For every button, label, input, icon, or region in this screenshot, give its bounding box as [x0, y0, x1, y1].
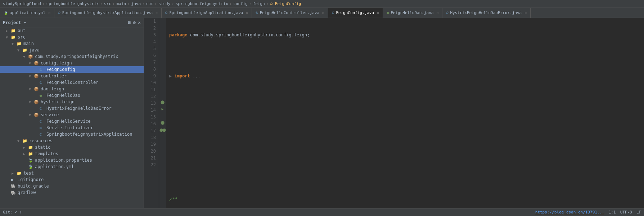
- tree-item-com-study[interactable]: ▼ 📦 com.study.springbootfeignhystrix: [0, 53, 144, 60]
- gutter-annotation-13: ⬤: [159, 100, 166, 107]
- code-line-1: package com.study.springbootfeignhystrix…: [169, 32, 641, 39]
- package-dao-icon: 📦: [34, 87, 40, 91]
- breadcrumb-item-10[interactable]: © FeignConfig: [270, 1, 301, 6]
- gutter-run-14[interactable]: ▶: [159, 107, 166, 114]
- status-encoding: UTF-8: [620, 210, 632, 215]
- tree-item-hystrix-error[interactable]: © HystrixFeignHelloDaoError: [0, 105, 144, 112]
- tree-item-templates[interactable]: ▶ 📁 templates: [0, 150, 144, 157]
- tree-item-dao-feign[interactable]: ▼ 📦 dao.feign: [0, 86, 144, 92]
- tree-item-build-gradle[interactable]: 🐘 build.gradle: [0, 183, 144, 189]
- editor-panel[interactable]: 1 2 3 4 5 6 7 8 9 10 11 12 13 14 15 16 1…: [144, 18, 644, 208]
- tab-feign-hello-controller[interactable]: © FeignHelloController.java ✕: [252, 8, 328, 18]
- package-service-icon: 📦: [34, 113, 40, 117]
- code-line-4: [169, 93, 641, 100]
- tree-item-config-feign[interactable]: ▼ 📦 config.feign: [0, 60, 144, 66]
- code-line-9: /**: [169, 196, 641, 203]
- folder-test-icon: 📁: [17, 171, 22, 176]
- status-git: Git: ✓ ↑: [3, 210, 22, 215]
- sidebar-title: Project ▾: [3, 20, 26, 25]
- folder-templates-icon: 📁: [28, 152, 34, 156]
- yaml-icon: 🍃: [4, 11, 8, 15]
- yml-icon: 🍃: [28, 165, 34, 169]
- java-icon-3: ©: [256, 11, 258, 15]
- folder-resources-icon: 📁: [22, 139, 28, 143]
- status-bar: Git: ✓ ↑ https://blog.csdn.cn/13791... 1…: [0, 208, 644, 216]
- breadcrumb-item-7[interactable]: springbootfeignhystrix: [176, 1, 228, 6]
- sidebar-actions: ⊟ ⚙ ✕: [128, 20, 141, 25]
- breadcrumb-item-6[interactable]: study: [158, 1, 170, 6]
- tab-hystrix-feign-hello-dao-error[interactable]: © HystrixFeignHelloDaoError.java ✕: [442, 8, 531, 18]
- tree-item-test[interactable]: ▶ 📁 test: [0, 170, 144, 176]
- package-controller-icon: 📦: [34, 74, 40, 78]
- tree-item-main[interactable]: ▼ 📁 main: [0, 40, 144, 47]
- gutter-area: ⬤ ▶ ⬤ ⬤ ⬤: [159, 18, 166, 208]
- code-line-8: [169, 175, 641, 182]
- tree-item-gitignore[interactable]: ▪ .gitignore: [0, 176, 144, 183]
- tree-item-static[interactable]: ▶ 📁 static: [0, 144, 144, 150]
- tree-item-feign-hello-dao[interactable]: ● FeignHelloDao: [0, 92, 144, 99]
- code-line-5: [169, 114, 641, 121]
- breadcrumb-item-1[interactable]: springbootfeignhystrix: [46, 1, 99, 6]
- tab-feign-config[interactable]: © FeignConfig.java ✕: [328, 8, 383, 18]
- sidebar-close-button[interactable]: ✕: [138, 20, 141, 25]
- status-line-col: 1:1: [609, 210, 616, 215]
- properties-icon: 🍃: [28, 158, 34, 163]
- folder-main-icon: 📁: [17, 41, 22, 46]
- breadcrumb-item-3[interactable]: main: [116, 1, 126, 6]
- tree-item-controller[interactable]: ▼ 📦 controller: [0, 73, 144, 79]
- code-content[interactable]: package com.study.springbootfeignhystrix…: [166, 18, 644, 208]
- folder-static-icon: 📁: [28, 145, 34, 150]
- tree-item-app-properties[interactable]: 🍃 application.properties: [0, 157, 144, 163]
- tree-item-java[interactable]: ▼ 📁 java: [0, 47, 144, 53]
- tree-item-servlet-initializer[interactable]: © ServletInitializer: [0, 125, 144, 131]
- tree-item-feign-hello-controller[interactable]: © FeignHelloController: [0, 79, 144, 86]
- tree-item-out[interactable]: ▶ 📁 out: [0, 27, 144, 34]
- breadcrumb-item-4[interactable]: java: [131, 1, 141, 6]
- gradle-build-icon: 🐘: [11, 184, 17, 189]
- folder-java-icon: 📁: [22, 48, 28, 53]
- gitignore-icon: ▪: [11, 177, 17, 182]
- tree-item-hystrix-feign[interactable]: ▼ 📦 hystrix.feign: [0, 99, 144, 105]
- package-hystrix-icon: 📦: [34, 100, 40, 104]
- tree-item-gradlew[interactable]: 🐘 gradlew: [0, 189, 144, 196]
- java-icon-2: ©: [165, 11, 167, 15]
- sidebar-collapse-button[interactable]: ⊟: [128, 20, 131, 25]
- gutter-bean-16: ⬤: [159, 121, 166, 127]
- tab-springbootfeignhystrix-application[interactable]: © SpringbootfeignhystrixApplication.java…: [54, 8, 162, 18]
- class-c-icon: ©: [40, 67, 45, 72]
- breadcrumb-item-5[interactable]: com: [146, 1, 153, 6]
- tree-item-feign-hello-service[interactable]: © FeignHelloService: [0, 118, 144, 125]
- tab-springbootfeign-application[interactable]: © SpringbootfeignApplication.java ✕: [162, 8, 252, 18]
- tab-feign-hello-dao[interactable]: ● FeignHelloDao.java ✕: [383, 8, 442, 18]
- class-dao-icon: ●: [40, 93, 45, 98]
- status-line-sep: LF: [636, 210, 641, 215]
- package-config-icon: 📦: [34, 61, 40, 66]
- breadcrumb-item-9[interactable]: feign: [253, 1, 265, 6]
- class-service-icon: ©: [40, 119, 45, 124]
- tab-application-yml[interactable]: 🍃 application.yml ✕: [0, 8, 54, 18]
- breadcrumb-item-8[interactable]: config: [233, 1, 248, 6]
- tree-item-src[interactable]: ▼ 📁 src: [0, 34, 144, 40]
- breadcrumb-bar: studySpringCloud › springbootfeignhystri…: [0, 0, 644, 8]
- sidebar-header: Project ▾ ⊟ ⚙ ✕: [0, 18, 144, 27]
- code-area: 1 2 3 4 5 6 7 8 9 10 11 12 13 14 15 16 1…: [144, 18, 644, 208]
- sidebar-settings-button[interactable]: ⚙: [133, 20, 136, 25]
- code-line-6: [169, 134, 641, 141]
- folder-icon: 📁: [11, 28, 17, 33]
- breadcrumb-item-2[interactable]: src: [104, 1, 111, 6]
- sidebar: Project ▾ ⊟ ⚙ ✕ ▶ 📁 out ▼ 📁 src ▼ 📁 main: [0, 18, 144, 208]
- tree-item-main-app[interactable]: © SpringbootfeignhystrixApplication: [0, 131, 144, 138]
- status-url[interactable]: https://blog.csdn.cn/13791...: [535, 210, 604, 215]
- class-app-icon: ©: [40, 132, 45, 137]
- package-icon: 📦: [28, 54, 34, 59]
- gutter-run-17[interactable]: ⬤ ⬤: [159, 127, 166, 134]
- main-layout: Project ▾ ⊟ ⚙ ✕ ▶ 📁 out ▼ 📁 src ▼ 📁 main: [0, 18, 644, 208]
- tree-item-feign-config[interactable]: © FeignConfig: [0, 66, 144, 73]
- tree-item-service[interactable]: ▼ 📦 service: [0, 112, 144, 118]
- code-line-7: [169, 155, 641, 162]
- tree-item-app-yml[interactable]: 🍃 application.yml: [0, 163, 144, 170]
- code-line-2: [169, 52, 641, 59]
- tree-item-resources[interactable]: ▼ 📁 resources: [0, 138, 144, 144]
- breadcrumb-item-0[interactable]: studySpringCloud: [3, 1, 41, 6]
- java-icon-5: ●: [387, 11, 389, 15]
